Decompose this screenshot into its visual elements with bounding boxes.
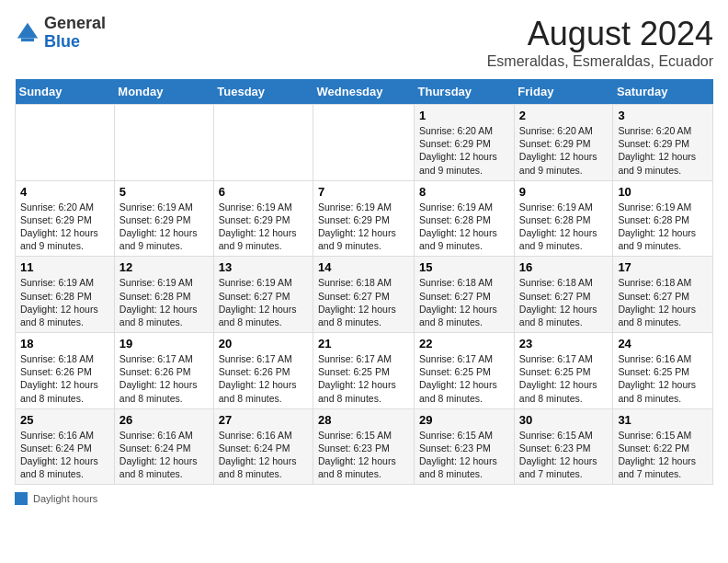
legend: Daylight hours	[15, 492, 713, 505]
day-number: 3	[618, 109, 708, 122]
day-number: 18	[20, 337, 109, 350]
day-info: Sunrise: 6:19 AM Sunset: 6:29 PM Dayligh…	[318, 201, 409, 253]
weekday-header-row: SundayMondayTuesdayWednesdayThursdayFrid…	[16, 79, 713, 105]
day-info: Sunrise: 6:20 AM Sunset: 6:29 PM Dayligh…	[419, 124, 509, 177]
day-number: 24	[618, 337, 708, 350]
calendar-cell: 31Sunrise: 6:15 AM Sunset: 6:22 PM Dayli…	[613, 408, 713, 485]
day-number: 13	[219, 260, 308, 274]
calendar-cell: 27Sunrise: 6:16 AM Sunset: 6:24 PM Dayli…	[213, 408, 313, 485]
calendar-cell: 28Sunrise: 6:15 AM Sunset: 6:23 PM Dayli…	[313, 408, 415, 485]
calendar-cell	[213, 105, 313, 181]
subtitle: Esmeraldas, Esmeraldas, Ecuador	[487, 53, 713, 70]
day-info: Sunrise: 6:19 AM Sunset: 6:28 PM Dayligh…	[119, 276, 209, 328]
calendar-cell: 3Sunrise: 6:20 AM Sunset: 6:29 PM Daylig…	[613, 105, 713, 181]
weekday-header-wednesday: Wednesday	[313, 79, 415, 105]
day-info: Sunrise: 6:20 AM Sunset: 6:29 PM Dayligh…	[519, 124, 609, 177]
day-info: Sunrise: 6:18 AM Sunset: 6:27 PM Dayligh…	[618, 276, 708, 328]
calendar-cell: 7Sunrise: 6:19 AM Sunset: 6:29 PM Daylig…	[313, 180, 415, 257]
day-info: Sunrise: 6:17 AM Sunset: 6:25 PM Dayligh…	[519, 352, 609, 405]
calendar-cell	[114, 105, 213, 181]
calendar-cell: 6Sunrise: 6:19 AM Sunset: 6:29 PM Daylig…	[213, 180, 313, 257]
calendar-cell: 10Sunrise: 6:19 AM Sunset: 6:28 PM Dayli…	[613, 180, 713, 257]
calendar-cell: 20Sunrise: 6:17 AM Sunset: 6:26 PM Dayli…	[213, 333, 313, 409]
calendar-cell	[16, 105, 115, 181]
calendar-cell: 30Sunrise: 6:15 AM Sunset: 6:23 PM Dayli…	[514, 408, 613, 485]
day-info: Sunrise: 6:19 AM Sunset: 6:28 PM Dayligh…	[419, 201, 509, 253]
calendar-week-row: 4Sunrise: 6:20 AM Sunset: 6:29 PM Daylig…	[16, 180, 713, 257]
day-number: 31	[618, 413, 708, 427]
calendar-week-row: 25Sunrise: 6:16 AM Sunset: 6:24 PM Dayli…	[16, 408, 713, 485]
day-number: 26	[119, 413, 209, 427]
day-number: 21	[318, 337, 409, 350]
day-info: Sunrise: 6:15 AM Sunset: 6:23 PM Dayligh…	[519, 429, 609, 481]
day-number: 25	[20, 413, 109, 427]
logo-blue-text: Blue	[44, 32, 80, 51]
calendar-cell: 21Sunrise: 6:17 AM Sunset: 6:25 PM Dayli…	[313, 333, 415, 409]
day-number: 17	[618, 260, 708, 274]
calendar-cell: 4Sunrise: 6:20 AM Sunset: 6:29 PM Daylig…	[16, 180, 115, 257]
calendar-cell: 24Sunrise: 6:16 AM Sunset: 6:25 PM Dayli…	[613, 333, 713, 409]
day-number: 7	[318, 185, 409, 199]
calendar-cell: 25Sunrise: 6:16 AM Sunset: 6:24 PM Dayli…	[16, 408, 115, 485]
calendar-cell: 2Sunrise: 6:20 AM Sunset: 6:29 PM Daylig…	[514, 105, 613, 181]
logo-icon	[15, 20, 40, 46]
day-info: Sunrise: 6:16 AM Sunset: 6:24 PM Dayligh…	[219, 429, 308, 481]
day-number: 4	[20, 185, 109, 199]
day-info: Sunrise: 6:17 AM Sunset: 6:25 PM Dayligh…	[318, 352, 409, 405]
day-info: Sunrise: 6:18 AM Sunset: 6:27 PM Dayligh…	[419, 276, 509, 328]
day-number: 28	[318, 413, 409, 427]
calendar-cell: 1Sunrise: 6:20 AM Sunset: 6:29 PM Daylig…	[415, 105, 515, 181]
calendar-cell: 26Sunrise: 6:16 AM Sunset: 6:24 PM Dayli…	[114, 408, 213, 485]
day-info: Sunrise: 6:19 AM Sunset: 6:28 PM Dayligh…	[20, 276, 109, 328]
header: General Blue August 2024 Esmeraldas, Esm…	[15, 15, 713, 70]
day-info: Sunrise: 6:18 AM Sunset: 6:27 PM Dayligh…	[318, 276, 409, 328]
calendar-cell: 5Sunrise: 6:19 AM Sunset: 6:29 PM Daylig…	[114, 180, 213, 257]
day-info: Sunrise: 6:19 AM Sunset: 6:28 PM Dayligh…	[618, 201, 708, 253]
calendar-cell: 13Sunrise: 6:19 AM Sunset: 6:27 PM Dayli…	[213, 257, 313, 333]
title-area: August 2024 Esmeraldas, Esmeraldas, Ecua…	[487, 15, 713, 70]
logo: General Blue	[15, 15, 106, 52]
calendar-cell: 16Sunrise: 6:18 AM Sunset: 6:27 PM Dayli…	[514, 257, 613, 333]
svg-marker-0	[17, 23, 38, 39]
day-number: 8	[419, 185, 509, 199]
calendar-cell: 12Sunrise: 6:19 AM Sunset: 6:28 PM Dayli…	[114, 257, 213, 333]
main-title: August 2024	[487, 15, 713, 53]
calendar-week-row: 11Sunrise: 6:19 AM Sunset: 6:28 PM Dayli…	[16, 257, 713, 333]
weekday-header-friday: Friday	[514, 79, 613, 105]
calendar-week-row: 18Sunrise: 6:18 AM Sunset: 6:26 PM Dayli…	[16, 333, 713, 409]
legend-label: Daylight hours	[33, 493, 97, 504]
calendar-cell: 19Sunrise: 6:17 AM Sunset: 6:26 PM Dayli…	[114, 333, 213, 409]
day-number: 30	[519, 413, 609, 427]
logo-general-text: General	[44, 14, 106, 32]
calendar-cell: 11Sunrise: 6:19 AM Sunset: 6:28 PM Dayli…	[16, 257, 115, 333]
day-number: 1	[419, 109, 509, 122]
calendar-cell: 29Sunrise: 6:15 AM Sunset: 6:23 PM Dayli…	[415, 408, 515, 485]
day-info: Sunrise: 6:18 AM Sunset: 6:27 PM Dayligh…	[519, 276, 609, 328]
day-info: Sunrise: 6:20 AM Sunset: 6:29 PM Dayligh…	[20, 201, 109, 253]
day-info: Sunrise: 6:16 AM Sunset: 6:24 PM Dayligh…	[20, 429, 109, 481]
calendar-cell: 9Sunrise: 6:19 AM Sunset: 6:28 PM Daylig…	[514, 180, 613, 257]
day-number: 23	[519, 337, 609, 350]
calendar-cell: 8Sunrise: 6:19 AM Sunset: 6:28 PM Daylig…	[415, 180, 515, 257]
day-info: Sunrise: 6:19 AM Sunset: 6:29 PM Dayligh…	[119, 201, 209, 253]
svg-rect-1	[21, 38, 34, 41]
calendar-cell: 23Sunrise: 6:17 AM Sunset: 6:25 PM Dayli…	[514, 333, 613, 409]
day-number: 6	[219, 185, 308, 199]
day-number: 15	[419, 260, 509, 274]
day-number: 2	[519, 109, 609, 122]
weekday-header-sunday: Sunday	[16, 79, 115, 105]
day-info: Sunrise: 6:16 AM Sunset: 6:25 PM Dayligh…	[618, 352, 708, 405]
day-info: Sunrise: 6:15 AM Sunset: 6:23 PM Dayligh…	[318, 429, 409, 481]
calendar-cell: 14Sunrise: 6:18 AM Sunset: 6:27 PM Dayli…	[313, 257, 415, 333]
day-number: 14	[318, 260, 409, 274]
day-info: Sunrise: 6:19 AM Sunset: 6:29 PM Dayligh…	[219, 201, 308, 253]
day-number: 27	[219, 413, 308, 427]
weekday-header-thursday: Thursday	[415, 79, 515, 105]
day-number: 16	[519, 260, 609, 274]
day-number: 11	[20, 260, 109, 274]
day-number: 20	[219, 337, 308, 350]
day-number: 19	[119, 337, 209, 350]
weekday-header-monday: Monday	[114, 79, 213, 105]
day-info: Sunrise: 6:16 AM Sunset: 6:24 PM Dayligh…	[119, 429, 209, 481]
calendar-cell: 15Sunrise: 6:18 AM Sunset: 6:27 PM Dayli…	[415, 257, 515, 333]
